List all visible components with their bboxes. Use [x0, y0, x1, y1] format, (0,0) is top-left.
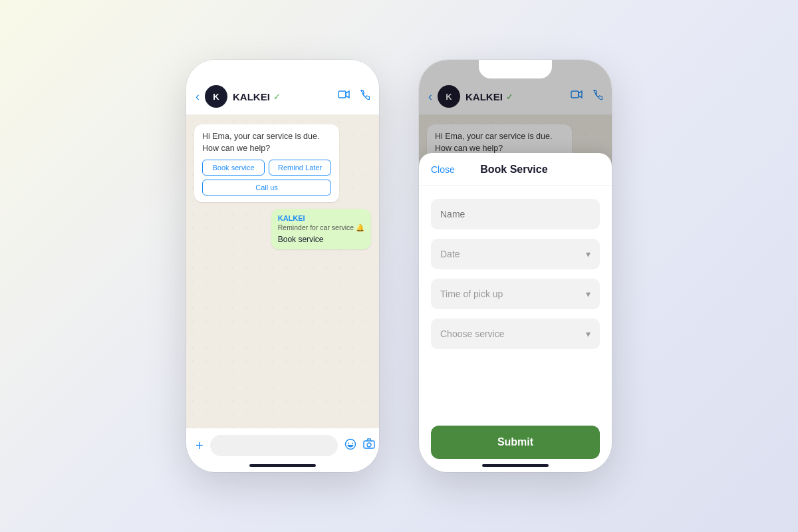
action-buttons: Book service Remind Later [202, 160, 331, 176]
phone-2: ‹ K KALKEI ✓ [419, 60, 612, 472]
date-select[interactable]: Date [431, 239, 600, 269]
overlay-header: Close Book Service [419, 153, 612, 186]
contact-name: KALKEI [233, 91, 270, 102]
submit-button[interactable]: Submit [431, 426, 600, 459]
svg-rect-0 [338, 91, 346, 98]
phone-notch [246, 60, 319, 78]
kalkei-label: KALKEI [278, 214, 364, 222]
phones-container: ‹ K KALKEI ✓ [186, 60, 612, 472]
verified-icon: ✓ [273, 92, 281, 102]
svg-point-5 [367, 443, 371, 447]
time-select[interactable]: Time of pick up [431, 279, 600, 309]
date-select-wrap: Date [431, 239, 600, 269]
book-service-overlay: Close Book Service Date Time of pick up [419, 153, 612, 472]
call-us-button[interactable]: Call us [202, 180, 331, 196]
phone-2-notch [479, 60, 552, 78]
service-select[interactable]: Choose service [431, 319, 600, 349]
book-action-text: Book service [278, 235, 364, 244]
book-service-button[interactable]: Book service [202, 160, 265, 176]
camera-icon[interactable] [363, 438, 375, 453]
message-bubble: Hi Ema, your car service is due. How can… [194, 124, 339, 202]
header-action-icons [338, 90, 370, 103]
sticker-icon[interactable] [344, 438, 356, 453]
service-select-wrap: Choose service [431, 319, 600, 349]
phone-1: ‹ K KALKEI ✓ [186, 60, 379, 472]
phone-call-icon[interactable] [359, 90, 370, 103]
contact-info: KALKEI ✓ [233, 91, 332, 102]
add-attachment-icon[interactable]: + [196, 438, 203, 454]
back-button[interactable]: ‹ [196, 90, 200, 104]
svg-point-2 [348, 443, 349, 444]
time-select-wrap: Time of pick up [431, 279, 600, 309]
overlay-form: Date Time of pick up Choose service [419, 186, 612, 426]
message-input[interactable] [210, 435, 338, 456]
kalkei-bubble: KALKEI Reminder for car service 🔔 Book s… [271, 209, 371, 249]
chat-area: Hi Ema, your car service is due. How can… [186, 115, 379, 428]
video-call-icon[interactable] [338, 90, 350, 103]
name-input[interactable] [431, 199, 600, 229]
phone2-home-indicator [482, 464, 549, 467]
overlay-title: Book Service [455, 164, 573, 176]
svg-point-3 [352, 443, 353, 444]
close-button[interactable]: Close [431, 164, 455, 175]
svg-point-1 [345, 440, 355, 450]
remind-later-button[interactable]: Remind Later [269, 160, 331, 176]
reminder-text: Reminder for car service 🔔 [278, 223, 364, 232]
avatar: K [205, 85, 227, 108]
home-indicator [249, 464, 316, 467]
input-action-icons [344, 438, 379, 453]
message-text: Hi Ema, your car service is due. How can… [202, 131, 331, 154]
